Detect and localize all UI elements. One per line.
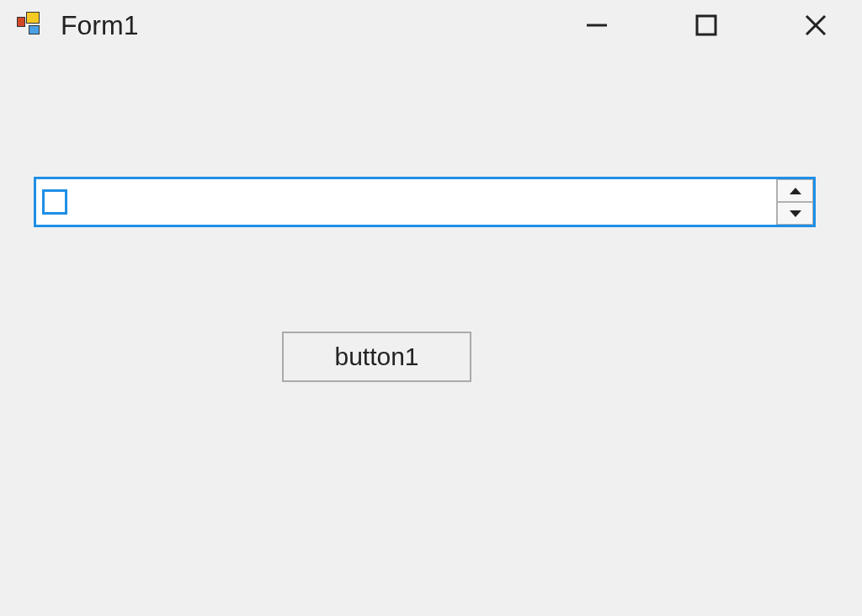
svg-rect-1 — [697, 16, 716, 35]
chevron-down-icon — [789, 210, 802, 218]
svg-marker-5 — [790, 210, 801, 217]
maximize-button[interactable] — [681, 0, 732, 50]
numeric-updown-checkbox[interactable] — [42, 189, 67, 215]
close-icon — [803, 13, 828, 38]
title-bar: Form1 — [0, 0, 862, 50]
minimize-button[interactable] — [572, 0, 622, 50]
minimize-icon — [584, 13, 609, 38]
button1-label: button1 — [334, 343, 418, 371]
button1[interactable]: button1 — [282, 332, 471, 382]
svg-marker-4 — [790, 188, 801, 194]
spinner-down-button[interactable] — [777, 202, 813, 225]
window-title: Form1 — [61, 10, 138, 41]
window-controls — [572, 0, 862, 50]
app-icon — [17, 12, 44, 39]
chevron-up-icon — [789, 187, 802, 195]
numeric-updown[interactable] — [34, 177, 816, 227]
numeric-updown-value[interactable] — [73, 179, 776, 225]
maximize-icon — [694, 13, 719, 38]
form-client-area: button1 — [0, 50, 862, 616]
close-button[interactable] — [790, 0, 841, 50]
numeric-updown-checkbox-slot — [36, 179, 73, 225]
spinner-up-button[interactable] — [777, 179, 813, 202]
numeric-updown-spinner — [776, 179, 813, 225]
